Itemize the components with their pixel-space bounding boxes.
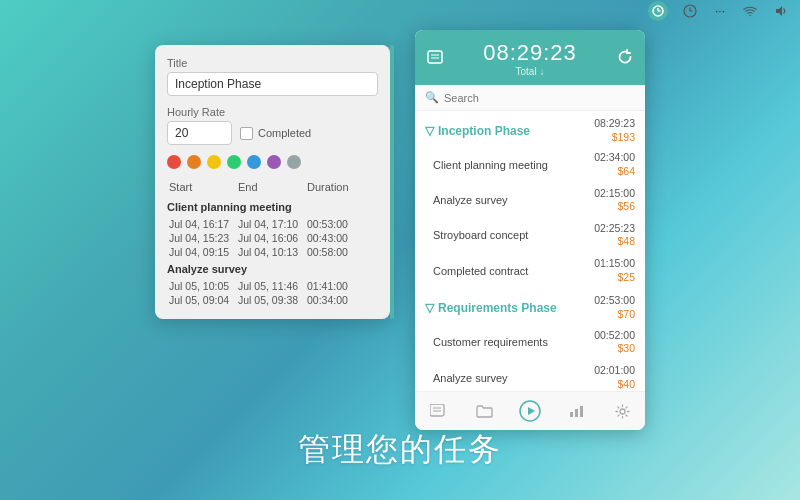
hourly-row: Completed — [167, 121, 378, 145]
gear-icon[interactable] — [608, 399, 636, 423]
title-label: Title — [167, 57, 378, 69]
phase-triangle-requirements: ▽ — [425, 301, 434, 315]
folder-icon[interactable] — [470, 399, 498, 423]
search-icon: 🔍 — [425, 91, 439, 104]
svg-rect-16 — [575, 409, 578, 417]
section-client-planning: Client planning meeting — [167, 201, 378, 213]
svg-point-18 — [620, 409, 625, 414]
task-storyboard[interactable]: Stroyboard concept 02:25:23 $48 — [415, 218, 645, 253]
phase-requirements-label: ▽ Requirements Phase — [425, 301, 557, 315]
svg-rect-17 — [580, 406, 583, 417]
clock-icon — [682, 3, 698, 19]
search-bar: 🔍 — [415, 85, 645, 111]
col-duration: Duration — [307, 181, 376, 193]
search-input[interactable] — [444, 92, 635, 104]
svg-rect-15 — [570, 412, 573, 417]
phase-requirements-time: 02:53:00 $70 — [594, 294, 635, 321]
menubar-timer-icon[interactable] — [648, 1, 668, 21]
svg-rect-10 — [430, 404, 444, 416]
play-button[interactable] — [516, 399, 544, 423]
bar-chart-icon[interactable] — [562, 399, 590, 423]
color-dot-orange[interactable] — [187, 155, 201, 169]
hourly-rate-label: Hourly Rate — [167, 106, 378, 118]
col-start: Start — [169, 181, 238, 193]
phase-inception-label: ▽ Inception Phase — [425, 124, 530, 138]
wifi-icon — [742, 3, 758, 19]
table-header: Start End Duration — [167, 181, 378, 193]
task-analyze-survey-2[interactable]: Analyze survey 02:01:00 $40 — [415, 360, 645, 391]
task-customer-requirements[interactable]: Customer requirements 00:52:00 $30 — [415, 325, 645, 360]
phase-triangle-inception: ▽ — [425, 124, 434, 138]
col-end: End — [238, 181, 307, 193]
timer-time: 08:29:23 — [483, 40, 577, 66]
dots-icon: ··· — [712, 3, 728, 19]
bottom-text: 管理您的任务 — [0, 428, 800, 472]
right-panel: 08:29:23 Total ↓ 🔍 ▽ Inception Phase 08:… — [415, 30, 645, 430]
left-panel: Title Hourly Rate Completed Start End Du… — [155, 45, 390, 319]
completed-check: Completed — [240, 127, 311, 140]
task-client-planning[interactable]: Client planning meeting 02:34:00 $64 — [415, 147, 645, 182]
list-icon[interactable] — [424, 399, 452, 423]
color-dot-purple[interactable] — [267, 155, 281, 169]
phase-inception: ▽ Inception Phase 08:29:23 $193 — [415, 111, 645, 147]
table-row: Jul 04, 16:17 Jul 04, 17:10 00:53:00 — [167, 217, 378, 231]
task-completed-contract[interactable]: Completed contract 01:15:00 $25 — [415, 253, 645, 288]
table-row: Jul 04, 15:23 Jul 04, 16:06 00:43:00 — [167, 231, 378, 245]
svg-marker-14 — [528, 407, 535, 415]
section-analyze-survey: Analyze survey — [167, 263, 378, 275]
completed-label: Completed — [258, 127, 311, 139]
table-row: Jul 05, 09:04 Jul 05, 09:38 00:34:00 — [167, 293, 378, 307]
table-row: Jul 05, 10:05 Jul 05, 11:46 01:41:00 — [167, 279, 378, 293]
refresh-icon[interactable] — [617, 49, 633, 68]
timer-header: 08:29:23 Total ↓ — [415, 30, 645, 85]
timer-display: 08:29:23 Total ↓ — [483, 40, 577, 77]
left-panel-scroll: Client planning meeting Jul 04, 16:17 Ju… — [167, 197, 378, 307]
svg-marker-6 — [776, 6, 782, 16]
completed-checkbox[interactable] — [240, 127, 253, 140]
svg-rect-7 — [428, 51, 442, 63]
bottom-toolbar — [415, 391, 645, 430]
panel-divider — [390, 45, 394, 319]
color-dots — [167, 155, 378, 169]
color-dot-red[interactable] — [167, 155, 181, 169]
phase-inception-time: 08:29:23 $193 — [594, 117, 635, 144]
color-dot-blue[interactable] — [247, 155, 261, 169]
hourly-input[interactable] — [167, 121, 232, 145]
color-dot-green[interactable] — [227, 155, 241, 169]
table-row: Jul 04, 09:15 Jul 04, 10:13 00:58:00 — [167, 245, 378, 259]
timer-list-icon — [427, 49, 443, 68]
volume-icon — [772, 3, 788, 19]
color-dot-gray[interactable] — [287, 155, 301, 169]
phase-requirements: ▽ Requirements Phase 02:53:00 $70 — [415, 288, 645, 324]
task-analyze-survey-1[interactable]: Analyze survey 02:15:00 $56 — [415, 183, 645, 218]
menubar: ··· — [648, 0, 800, 22]
timer-total[interactable]: Total ↓ — [483, 66, 577, 77]
color-dot-yellow[interactable] — [207, 155, 221, 169]
task-list: ▽ Inception Phase 08:29:23 $193 Client p… — [415, 111, 645, 391]
title-input[interactable] — [167, 72, 378, 96]
